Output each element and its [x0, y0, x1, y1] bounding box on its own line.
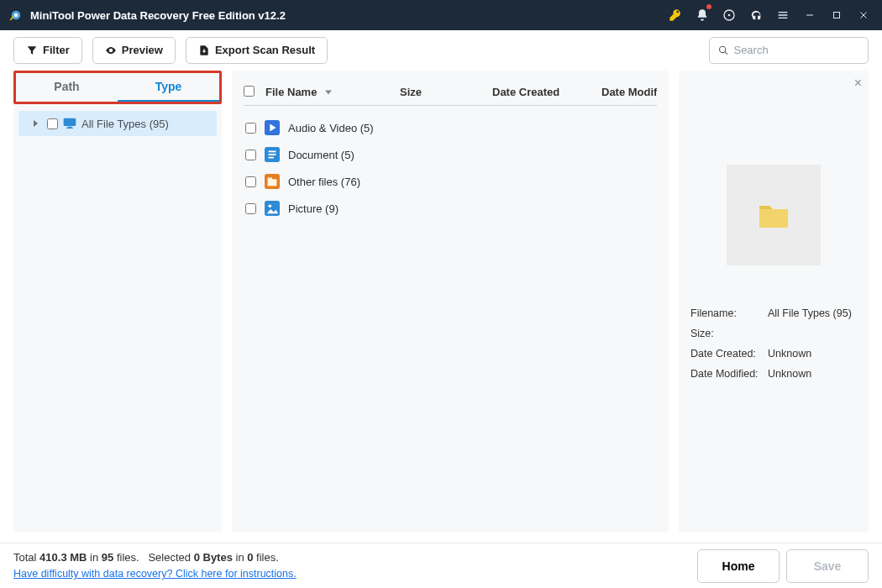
file-row[interactable]: Other files (76)	[244, 168, 657, 195]
close-icon[interactable]	[850, 0, 877, 30]
notifications-icon[interactable]	[689, 0, 716, 30]
help-link[interactable]: Have difficulty with data recovery? Clic…	[13, 568, 297, 580]
tree-root-checkbox[interactable]	[47, 118, 58, 129]
search-input[interactable]	[733, 44, 859, 56]
toolbar: Filter Preview Export Scan Result	[0, 30, 882, 71]
col-created[interactable]: Date Created	[492, 86, 601, 98]
folder-icon	[758, 201, 790, 229]
svg-rect-5	[834, 13, 840, 18]
select-all-checkbox[interactable]	[244, 86, 255, 97]
svg-rect-11	[269, 151, 276, 153]
footer: Total 410.3 MB in 95 files. Selected 0 B…	[0, 543, 882, 588]
document-icon	[265, 147, 280, 162]
file-label: Picture (9)	[288, 202, 339, 215]
col-modified[interactable]: Date Modifie	[601, 86, 657, 98]
col-filename[interactable]: File Name	[265, 86, 400, 98]
file-tree: All File Types (95)	[13, 104, 222, 143]
export-icon	[198, 45, 210, 56]
support-icon[interactable]	[743, 0, 769, 30]
preview-button[interactable]: Preview	[92, 37, 176, 64]
app-title: MiniTool Power Data Recovery Free Editio…	[30, 9, 286, 22]
file-checkbox[interactable]	[245, 203, 256, 214]
file-row[interactable]: Picture (9)	[244, 195, 657, 222]
info-filename: Filename:All File Types (95)	[690, 307, 857, 319]
sort-icon	[320, 86, 332, 98]
filter-label: Filter	[43, 44, 70, 56]
svg-rect-12	[269, 154, 276, 155]
tabs-highlight: Path Type	[13, 71, 222, 104]
file-checkbox[interactable]	[245, 176, 256, 187]
svg-rect-8	[66, 128, 73, 129]
search-icon	[718, 45, 728, 56]
app-logo-icon	[8, 8, 24, 23]
file-list-panel: File Name Size Date Created Date Modifie…	[232, 71, 669, 533]
info-modified: Date Modified:Unknown	[690, 368, 857, 380]
left-panel: Path Type All File Types (95)	[13, 71, 222, 533]
export-button[interactable]: Export Scan Result	[186, 37, 328, 64]
file-checkbox[interactable]	[245, 150, 256, 160]
file-label: Document (5)	[288, 149, 354, 161]
svg-rect-4	[806, 15, 813, 16]
eye-icon	[105, 45, 117, 56]
file-row[interactable]: Document (5)	[244, 141, 657, 168]
tab-path[interactable]: Path	[16, 73, 118, 102]
svg-rect-17	[265, 201, 280, 216]
tree-root-label: All File Types (95)	[81, 118, 169, 130]
tab-type[interactable]: Type	[118, 73, 219, 102]
filter-icon	[26, 45, 38, 56]
home-button[interactable]: Home	[697, 549, 780, 583]
filter-button[interactable]: Filter	[13, 37, 82, 64]
preview-panel: × Filename:All File Types (95) Size: Dat…	[679, 71, 869, 533]
export-label: Export Scan Result	[215, 44, 315, 56]
svg-rect-6	[64, 118, 76, 126]
titlebar: MiniTool Power Data Recovery Free Editio…	[0, 0, 882, 30]
maximize-icon[interactable]	[823, 0, 850, 30]
save-button[interactable]: Save	[786, 549, 869, 583]
file-checkbox[interactable]	[245, 123, 256, 134]
file-label: Other files (76)	[288, 176, 360, 188]
preview-label: Preview	[122, 44, 163, 56]
tree-root-item[interactable]: All File Types (95)	[18, 111, 217, 136]
svg-point-1	[14, 13, 18, 18]
disc-icon[interactable]	[716, 0, 743, 30]
search-box[interactable]	[709, 37, 869, 64]
info-created: Date Created:Unknown	[690, 348, 857, 360]
svg-point-3	[728, 14, 731, 17]
svg-rect-15	[268, 179, 277, 186]
other-files-icon	[265, 174, 280, 189]
col-size[interactable]: Size	[400, 86, 492, 98]
preview-thumbnail	[727, 165, 821, 265]
license-key-icon[interactable]	[662, 0, 689, 30]
file-label: Audio & Video (5)	[288, 122, 374, 134]
chevron-right-icon[interactable]	[30, 119, 42, 128]
footer-summary: Total 410.3 MB in 95 files. Selected 0 B…	[13, 549, 297, 582]
info-size: Size:	[690, 328, 857, 339]
menu-icon[interactable]	[769, 0, 796, 30]
content-area: Path Type All File Types (95) File Name …	[0, 71, 882, 543]
monitor-icon	[63, 118, 76, 129]
svg-rect-16	[268, 178, 272, 181]
close-preview-icon[interactable]: ×	[854, 76, 862, 91]
file-row[interactable]: Audio & Video (5)	[244, 114, 657, 141]
audio-video-icon	[265, 120, 280, 135]
column-headers: File Name Size Date Created Date Modifie	[244, 79, 657, 106]
minimize-icon[interactable]	[796, 0, 823, 30]
svg-rect-13	[269, 157, 274, 159]
svg-point-18	[269, 205, 272, 208]
picture-icon	[265, 201, 280, 216]
svg-rect-7	[67, 127, 71, 128]
file-rows: Audio & Video (5) Document (5) Other fil…	[244, 106, 657, 222]
